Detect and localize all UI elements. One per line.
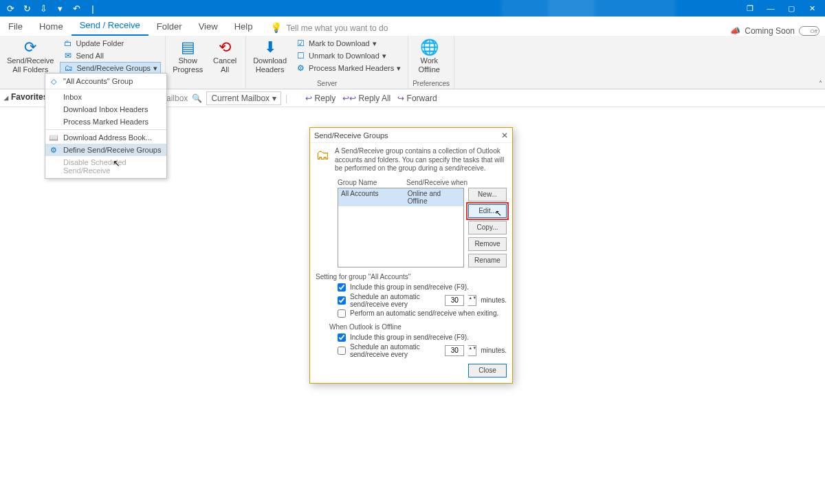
ribbon-group-server: ⬇Download Headers ☑Mark to Download ▾ ☐U… <box>246 36 408 89</box>
tell-me-input[interactable]: Tell me what you want to do <box>286 21 388 36</box>
check-schedule-online[interactable]: Schedule an automatic send/receive every… <box>338 293 507 308</box>
col-send-receive-when: Send/Receive when <box>406 179 507 186</box>
ribbon-tabs: File Home Send / Receive Folder View Hel… <box>0 17 825 36</box>
lightbulb-icon[interactable]: 💡 <box>266 19 286 36</box>
coming-soon-toggle[interactable]: Off <box>799 26 820 36</box>
spinner-buttons[interactable]: ▲▼ <box>468 345 476 356</box>
group-icon: ◇ <box>48 77 59 86</box>
process-marked-headers-button[interactable]: ⚙Process Marked Headers ▾ <box>292 62 404 74</box>
remove-button[interactable]: Remove <box>468 237 507 251</box>
work-offline-label: Work Offline <box>418 56 440 74</box>
process-icon: ⚙ <box>295 63 306 73</box>
tab-home[interactable]: Home <box>31 17 72 36</box>
download-headers-icon: ⬇ <box>264 39 276 56</box>
redo-icon[interactable]: ↻ <box>19 1 34 15</box>
menu-process-marked-headers[interactable]: Process Marked Headers <box>45 116 166 128</box>
menu-all-accounts-group[interactable]: ◇"All Accounts" Group <box>45 75 166 87</box>
maximize-button[interactable]: ▢ <box>781 0 802 17</box>
minutes-label: minutes. <box>481 296 507 304</box>
tab-help[interactable]: Help <box>226 17 261 36</box>
qat-divider: | <box>85 1 100 15</box>
menu-label: Download Inbox Headers <box>63 105 148 113</box>
menu-label: Process Marked Headers <box>63 118 148 126</box>
menu-inbox[interactable]: Inbox <box>45 91 166 103</box>
send-receive-all-folders-button[interactable]: ⟳ Send/Receive All Folders <box>4 37 57 75</box>
dialog-description: 🗂 A Send/Receive group contains a collec… <box>316 147 507 173</box>
checkbox-schedule-offline[interactable] <box>338 347 346 355</box>
minimize-button[interactable]: — <box>760 0 781 17</box>
spinner-buttons[interactable]: ▲▼ <box>468 295 476 306</box>
sync-icon[interactable]: ⟳ <box>3 1 18 15</box>
unmark-to-download-button[interactable]: ☐Unmark to Download ▾ <box>292 50 404 62</box>
forward-icon: ↪ <box>397 94 404 103</box>
search-scope-dropdown[interactable]: Current Mailbox▾ <box>206 91 281 105</box>
attach-icon[interactable]: ⇩ <box>36 1 51 15</box>
checkbox-perform-exit[interactable] <box>338 309 346 318</box>
reply-all-button[interactable]: ↩↩ Reply All <box>342 94 390 103</box>
group-row-all-accounts[interactable]: All Accounts Online and Offline <box>338 188 463 206</box>
menu-download-address-book[interactable]: 📖Download Address Book... <box>45 131 166 144</box>
mark-to-download-button[interactable]: ☑Mark to Download ▾ <box>292 37 404 50</box>
check-schedule-offline[interactable]: Schedule an automatic send/receive every… <box>338 343 507 358</box>
reply-label: Reply <box>315 94 336 103</box>
quick-access-toolbar: ⟳ ↻ ⇩ ▾ ↶ | <box>3 1 100 15</box>
cancel-all-button[interactable]: ⟲Cancel All <box>208 37 241 75</box>
window-controls: ❐ — ▢ ✕ <box>740 0 822 17</box>
spin-minutes-online[interactable] <box>445 295 464 306</box>
tab-send-receive[interactable]: Send / Receive <box>72 16 148 36</box>
update-folder-icon: 🗀 <box>63 39 74 48</box>
col-group-name: Group Name <box>338 179 406 186</box>
group-listbox[interactable]: All Accounts Online and Offline <box>338 188 464 267</box>
download-headers-button[interactable]: ⬇Download Headers <box>250 37 289 75</box>
chevron-down-icon: ▾ <box>153 64 157 73</box>
work-offline-button[interactable]: 🌐Work Offline <box>412 37 446 75</box>
menu-download-inbox-headers[interactable]: Download Inbox Headers <box>45 103 166 116</box>
settings-for-group-label: Setting for group "All Accounts" <box>316 273 507 281</box>
chevron-icon[interactable]: ▾ <box>52 1 67 15</box>
checkbox-schedule-online[interactable] <box>338 296 346 305</box>
tab-file[interactable]: File <box>0 17 31 36</box>
reply-button[interactable]: ↩ Reply <box>305 94 336 103</box>
send-all-label: Send All <box>76 52 104 60</box>
update-folder-button[interactable]: 🗀Update Folder <box>60 37 162 50</box>
server-group-label: Server <box>250 78 404 89</box>
check-label: Schedule an automatic send/receive every <box>350 343 441 358</box>
check-perform-exit[interactable]: Perform an automatic send/receive when e… <box>338 309 507 318</box>
tab-view[interactable]: View <box>190 17 226 36</box>
coming-soon-label: Coming Soon <box>745 26 795 36</box>
dialog-close-button[interactable]: ✕ <box>501 131 508 140</box>
ribbon-group-preferences: 🌐Work Offline Preferences <box>408 36 454 89</box>
checkbox-include-online[interactable] <box>338 283 346 292</box>
edit-button[interactable]: Edit... <box>468 204 507 218</box>
unmark-download-label: Unmark to Download <box>309 52 380 60</box>
download-headers-label: Download Headers <box>253 56 287 74</box>
collapse-ribbon-button[interactable]: ˄ <box>819 80 822 87</box>
close-button[interactable]: ✕ <box>802 0 822 17</box>
menu-disable-scheduled[interactable]: Disable Scheduled Send/Receive <box>45 156 166 177</box>
close-dialog-button[interactable]: Close <box>468 364 507 377</box>
dialog-titlebar: Send/Receive Groups ✕ <box>310 128 512 143</box>
check-include-offline[interactable]: Include this group in send/receive (F9). <box>338 333 507 342</box>
forward-button[interactable]: ↪ Forward <box>397 94 437 103</box>
copy-button[interactable]: Copy... <box>468 221 507 234</box>
gear-icon: ⚙ <box>48 146 59 155</box>
forward-label: Forward <box>407 94 437 103</box>
menu-define-send-receive-groups[interactable]: ⚙Define Send/Receive Groups <box>45 144 166 156</box>
spin-minutes-offline[interactable] <box>445 345 464 356</box>
check-include-online[interactable]: Include this group in send/receive (F9). <box>338 283 507 292</box>
search-icon[interactable]: 🔍 <box>192 94 202 103</box>
check-label: Include this group in send/receive (F9). <box>350 283 469 291</box>
menu-label: Download Address Book... <box>63 133 152 142</box>
send-all-button[interactable]: ✉Send All <box>60 50 162 62</box>
rename-button[interactable]: Rename <box>468 254 507 267</box>
new-button[interactable]: New... <box>468 188 507 201</box>
checkbox-include-offline[interactable] <box>338 333 346 342</box>
progress-icon: ▤ <box>181 39 195 56</box>
popout-icon[interactable]: ❐ <box>740 0 760 17</box>
unmark-icon: ☐ <box>295 51 306 61</box>
show-progress-button[interactable]: ▤Show Progress <box>170 37 206 75</box>
undo-icon[interactable]: ↶ <box>69 1 84 15</box>
tab-folder[interactable]: Folder <box>148 17 190 36</box>
menu-label: "All Accounts" Group <box>63 77 133 85</box>
scope-label: Current Mailbox <box>211 94 270 103</box>
